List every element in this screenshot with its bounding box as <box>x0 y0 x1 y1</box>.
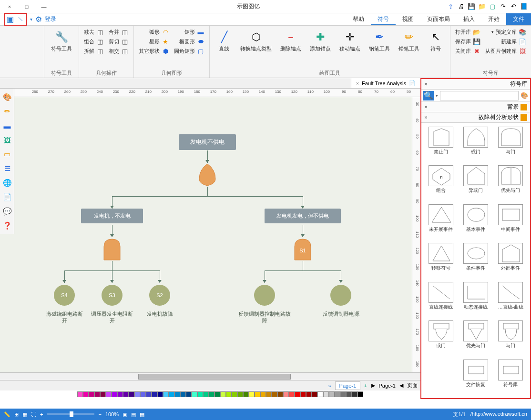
shape-item[interactable]: 基本事件 <box>459 203 492 240</box>
dropdown-icon[interactable]: ▾ <box>30 17 32 22</box>
color-swatch[interactable] <box>197 391 203 397</box>
new-icon[interactable]: ▢ <box>488 2 497 11</box>
color-swatch[interactable] <box>112 391 117 397</box>
color-swatch[interactable] <box>312 391 317 397</box>
connector-tool-icon[interactable]: ⟋ <box>17 15 24 24</box>
gear-icon[interactable]: ⚙ <box>35 15 42 24</box>
comment-icon[interactable]: 💬 <box>1 206 13 217</box>
subtract-op[interactable]: ◫减去 <box>83 28 105 36</box>
print-icon[interactable]: 🖨 <box>457 2 465 11</box>
color-swatch[interactable] <box>209 391 214 397</box>
ellipse-shape[interactable]: ⬬椭圆形 <box>173 37 205 46</box>
left-fault-node[interactable]: 发电机发电，但不供电 <box>265 209 341 223</box>
export-icon[interactable]: ⇪ <box>446 2 455 11</box>
menu-login[interactable]: 登录 <box>45 15 56 23</box>
new-lib[interactable]: 📄新建库 <box>484 37 527 46</box>
move-anchor-big[interactable]: ✛移动锚点 <box>337 28 363 69</box>
color-swatch[interactable] <box>277 391 283 397</box>
merge-op[interactable]: ◫合并 <box>108 28 130 36</box>
tab-close-icon[interactable]: × <box>356 80 359 86</box>
menu-help[interactable]: 帮助 <box>346 13 371 25</box>
shape-item[interactable]: 外部事件 <box>494 242 527 279</box>
maximize-button[interactable]: □ <box>21 2 32 11</box>
pen-big[interactable]: ✒钢笔工具 <box>366 28 393 69</box>
split-op[interactable]: ◫剪切 <box>108 37 130 46</box>
zoom-slider[interactable] <box>47 413 94 415</box>
help-icon[interactable]: ❓ <box>1 220 13 231</box>
break-op[interactable]: ◫拆解 <box>83 47 105 55</box>
shape-item[interactable]: 优先与门 <box>494 164 527 201</box>
del-anchor-big[interactable]: －删除锚点 <box>277 28 304 69</box>
page-prev-icon[interactable]: ◀ <box>399 382 403 389</box>
color-swatch[interactable] <box>83 391 89 397</box>
color-swatch[interactable] <box>266 391 272 397</box>
search-input[interactable] <box>440 91 519 100</box>
fill-icon[interactable]: ▬ <box>1 120 13 131</box>
color-swatch[interactable] <box>174 391 180 397</box>
menu-start[interactable]: 开始 <box>481 13 506 25</box>
status-url[interactable]: http://www.edrawsoft.cn/ <box>470 411 527 418</box>
color-swatch[interactable] <box>123 391 129 397</box>
shape-item[interactable]: 异或门 <box>459 164 492 201</box>
color-swatch[interactable] <box>89 391 94 397</box>
fit-icon[interactable]: ⛶ <box>31 411 36 417</box>
color-swatch[interactable] <box>232 391 237 397</box>
rect-shape[interactable]: ▬矩形 <box>173 28 205 36</box>
doc-icon[interactable]: 📄 <box>1 191 13 203</box>
menu-insert[interactable]: 插入 <box>457 13 481 25</box>
menu-layout[interactable]: 页面布局 <box>420 13 457 25</box>
leaf-s2[interactable]: S2 <box>149 285 170 306</box>
shape-item[interactable]: 符号库 <box>494 359 527 395</box>
menu-symbol[interactable]: 符号 <box>371 13 396 25</box>
dropdown-icon[interactable]: ▾ <box>436 93 438 98</box>
shape-item[interactable]: 或门 <box>459 126 492 162</box>
color-swatch[interactable] <box>289 391 295 397</box>
undo-icon[interactable]: ↶ <box>509 2 518 11</box>
right-fault-node[interactable]: 发电机，不发电 <box>81 209 143 223</box>
shape-item[interactable]: 条件事件 <box>459 242 492 279</box>
color-swatch[interactable] <box>346 391 352 397</box>
other-shape[interactable]: ⬢其它形状 <box>138 47 170 55</box>
color-swatch[interactable] <box>306 391 312 397</box>
image-icon[interactable]: 🖼 <box>1 134 13 146</box>
rrect-shape[interactable]: ▢圆角矩形 <box>173 47 205 55</box>
zoom-in-icon[interactable]: + <box>40 411 43 417</box>
add-anchor-big[interactable]: ✚添加锚点 <box>307 28 334 69</box>
symbol-big[interactable]: ↖符号 <box>425 28 446 69</box>
page-icon[interactable]: ▭ <box>1 149 13 160</box>
chevron-icon[interactable]: « <box>328 383 331 389</box>
leaf-s4[interactable]: S4 <box>54 285 75 306</box>
color-swatch[interactable] <box>214 391 220 397</box>
shape-item[interactable]: 转移符号 <box>424 242 457 279</box>
close-lib[interactable]: ✖关闭库 <box>454 47 481 55</box>
color-swatch[interactable] <box>203 391 209 397</box>
view-mode-1-icon[interactable]: ▦ <box>140 411 144 418</box>
shape-item[interactable]: 直线-曲线… <box>494 281 527 318</box>
color-swatch[interactable] <box>157 391 163 397</box>
color-swatch[interactable] <box>180 391 186 397</box>
color-swatch[interactable] <box>283 391 289 397</box>
color-swatch[interactable] <box>340 391 346 397</box>
color-swatch[interactable] <box>140 391 146 397</box>
canvas[interactable]: 发电机不供电 发电机发电，但不供电 S1 <box>0 97 412 372</box>
pencil-icon[interactable]: ✏ <box>1 106 13 117</box>
convert-anchor-big[interactable]: ⬡转换锚点类型 <box>237 28 275 69</box>
color-swatch[interactable] <box>134 391 140 397</box>
redo-icon[interactable]: ↷ <box>499 2 507 11</box>
close-icon[interactable]: × <box>424 81 428 88</box>
grid-icon[interactable]: ▦ <box>22 411 27 418</box>
color-swatch[interactable] <box>260 391 266 397</box>
view-mode-2-icon[interactable]: ▤ <box>131 411 136 418</box>
color-swatch[interactable] <box>243 391 249 397</box>
line-big[interactable]: ╱直线 <box>214 28 235 69</box>
shape-item[interactable]: 优先与门 <box>459 320 492 356</box>
color-swatch[interactable] <box>117 391 123 397</box>
shape-item[interactable]: 禁止门 <box>424 126 457 162</box>
shape-item[interactable]: 动态连接线 <box>459 281 492 318</box>
color-swatch[interactable] <box>220 391 226 397</box>
list-icon[interactable]: ☰ <box>1 163 13 174</box>
page-tab-1[interactable]: Page-1 <box>335 381 360 390</box>
color-swatch[interactable] <box>237 391 243 397</box>
predef-lib[interactable]: 📚预定义库▾ <box>484 28 527 36</box>
shape-item[interactable]: 直线连接线 <box>424 281 457 318</box>
